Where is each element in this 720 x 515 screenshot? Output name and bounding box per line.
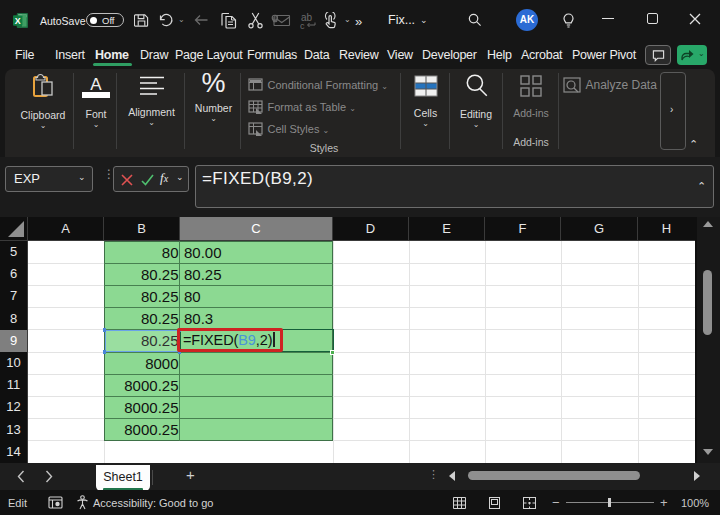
- svg-text:X: X: [15, 16, 21, 26]
- svg-text:c: c: [300, 21, 305, 30]
- svg-text:A: A: [90, 75, 102, 94]
